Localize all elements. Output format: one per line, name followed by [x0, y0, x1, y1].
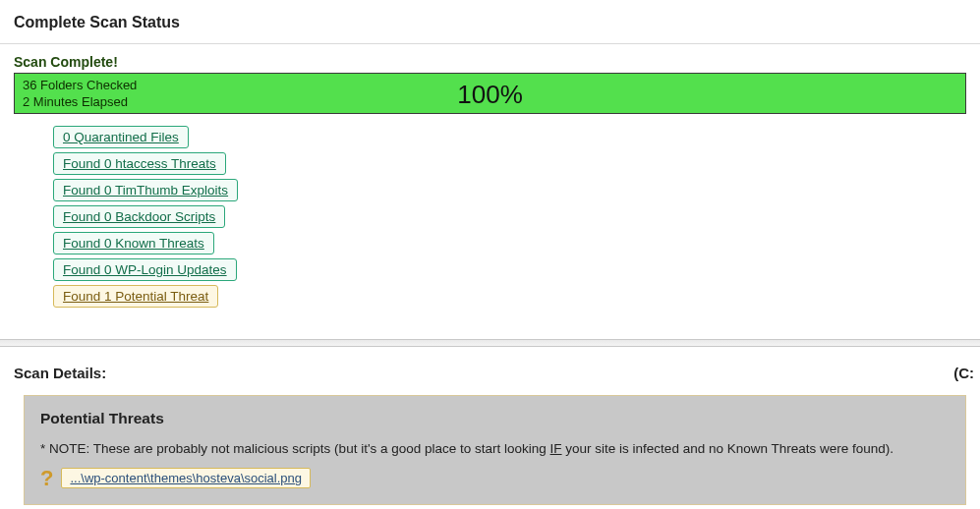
- result-wplogin[interactable]: Found 0 WP-Login Updates: [53, 258, 237, 281]
- progress-bar: 36 Folders Checked 2 Minutes Elapsed 100…: [14, 73, 966, 114]
- threat-item: ? ...\wp-content\themes\hosteva\social.p…: [40, 468, 950, 488]
- question-icon: ?: [40, 469, 53, 488]
- drive-label: (C:: [953, 365, 974, 381]
- result-quarantined[interactable]: 0 Quarantined Files: [53, 126, 189, 148]
- potential-threats-title: Potential Threats: [40, 410, 950, 427]
- section-divider: [0, 339, 980, 347]
- result-timthumb[interactable]: Found 0 TimThumb Exploits: [53, 179, 238, 201]
- results-list: 0 Quarantined Files Found 0 htaccess Thr…: [14, 114, 966, 310]
- result-known-threats[interactable]: Found 0 Known Threats: [53, 232, 214, 254]
- scan-details-header: Scan Details: (C:: [0, 347, 980, 395]
- scan-details-heading: Scan Details:: [14, 365, 106, 381]
- threat-file-link[interactable]: ...\wp-content\themes\hosteva\social.png: [61, 468, 311, 488]
- page-title: Complete Scan Status: [0, 0, 980, 44]
- result-potential-threat[interactable]: Found 1 Potential Threat: [53, 285, 218, 308]
- result-backdoor[interactable]: Found 0 Backdoor Scripts: [53, 205, 225, 228]
- result-htaccess[interactable]: Found 0 htaccess Threats: [53, 152, 226, 175]
- threat-note: * NOTE: These are probably not malicious…: [40, 441, 950, 456]
- progress-percent: 100%: [15, 74, 965, 113]
- scan-status-block: Scan Complete! 36 Folders Checked 2 Minu…: [0, 44, 980, 321]
- scan-complete-label: Scan Complete!: [14, 54, 966, 70]
- potential-threats-panel: Potential Threats * NOTE: These are prob…: [24, 395, 966, 505]
